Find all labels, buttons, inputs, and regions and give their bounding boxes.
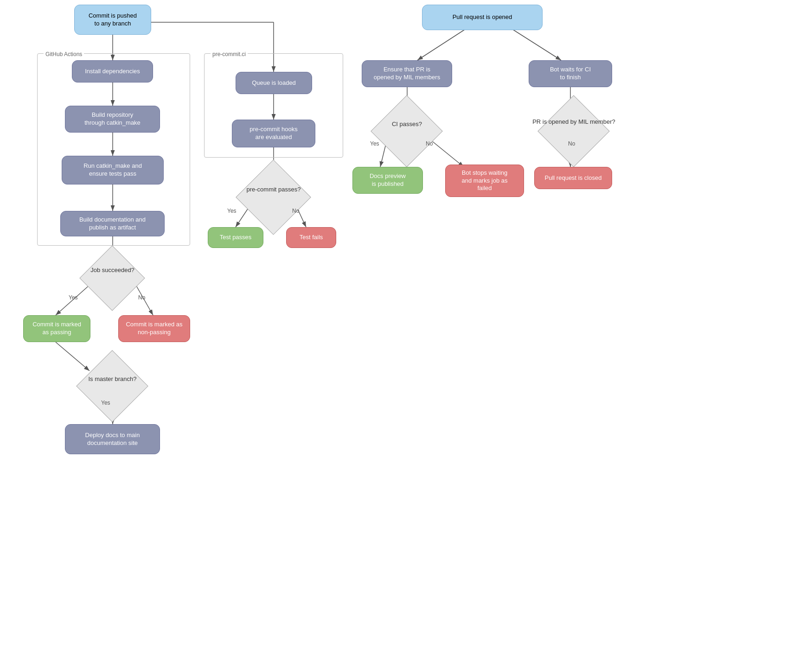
commit-nonpassing-node: Commit is marked as non-passing — [118, 315, 190, 342]
svg-line-16 — [417, 28, 467, 60]
master-yes-label: Yes — [101, 400, 110, 406]
deploy-docs-node: Deploy docs to main documentation site — [65, 424, 160, 454]
commit-push-node: Commit is pushed to any branch — [74, 5, 151, 35]
ci-no-label: No — [426, 140, 433, 147]
queue-loaded-node: Queue is loaded — [236, 72, 312, 94]
ci-yes-label: Yes — [370, 140, 379, 147]
svg-line-17 — [510, 28, 561, 60]
is-master-diamond: Is master branch? — [63, 368, 162, 405]
precommit-yes-label: Yes — [227, 208, 237, 214]
job-yes-label: Yes — [69, 294, 78, 301]
github-actions-label: GitHub Actions — [44, 51, 84, 57]
job-succeeded-diamond: Job succeeded? — [72, 260, 153, 297]
commit-passing-node: Commit is marked as passing — [23, 315, 90, 342]
precommit-no-label: No — [292, 208, 299, 214]
ensure-pr-node: Ensure that PR is opened by MIL members — [362, 60, 452, 87]
test-passes-node: Test passes — [208, 227, 263, 248]
build-repo-node: Build repository through catkin_make — [65, 106, 160, 133]
test-fails-node: Test fails — [286, 227, 336, 248]
run-catkin-node: Run catkin_make and ensure tests pass — [62, 156, 164, 184]
pull-request-node: Pull request is opened — [422, 5, 543, 30]
build-docs-node: Build documentation and publish as artif… — [60, 211, 165, 236]
precommit-hooks-node: pre-commit hooks are evaluated — [232, 120, 315, 147]
docs-preview-node: Docs preview is published — [352, 167, 423, 194]
bot-waits-node: Bot waits for CI to finish — [529, 60, 612, 87]
bot-stops-node: Bot stops waiting and marks job as faile… — [445, 165, 524, 197]
install-deps-node: Install dependencies — [72, 60, 153, 83]
pr-closed-node: Pull request is closed — [534, 167, 612, 189]
precommit-ci-label: pre-commit.ci — [211, 51, 248, 57]
svg-line-8 — [56, 342, 90, 371]
job-no-label: No — [138, 294, 145, 301]
pr-no-label: No — [568, 140, 575, 147]
flowchart-diagram: GitHub Actions pre-commit.ci Commit is p… — [0, 0, 812, 667]
